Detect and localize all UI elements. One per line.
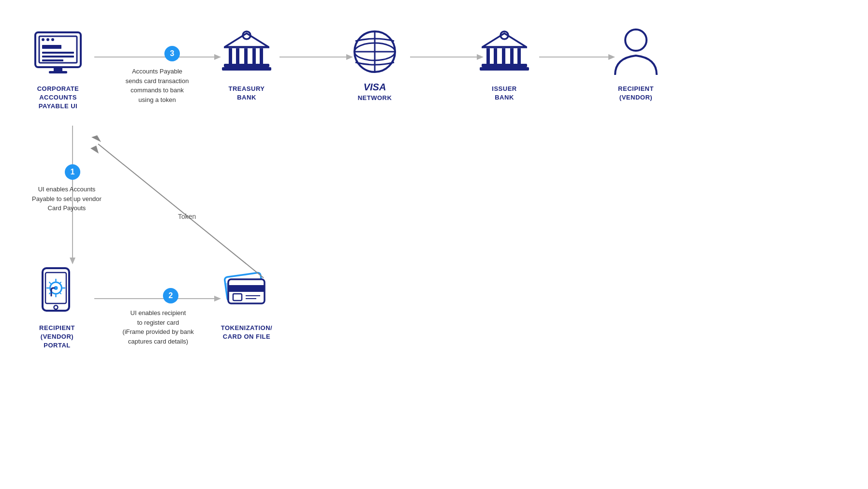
svg-marker-59: [346, 54, 353, 60]
token-label: Token: [178, 213, 196, 220]
svg-marker-12: [225, 33, 268, 47]
svg-rect-28: [486, 48, 490, 64]
svg-rect-34: [480, 67, 529, 71]
node-issuer-bank: ISSUER BANK: [478, 27, 531, 102]
svg-rect-14: [229, 48, 232, 64]
svg-rect-30: [502, 48, 505, 64]
svg-line-48: [59, 292, 61, 294]
svg-marker-26: [483, 33, 526, 47]
svg-rect-18: [260, 48, 263, 64]
svg-marker-57: [214, 54, 221, 60]
svg-line-66: [98, 144, 264, 278]
svg-point-4: [51, 38, 54, 41]
node-corporate-ap: CORPORATE ACCOUNTS PAYABLE UI: [31, 27, 85, 111]
node-treasury-bank: TREASURY BANK: [220, 27, 273, 102]
node-recipient: RECIPIENT (VENDOR): [609, 27, 662, 102]
svg-rect-0: [35, 32, 81, 67]
arrow-token-to-ap: [89, 135, 268, 283]
svg-marker-63: [608, 54, 615, 60]
svg-line-45: [49, 282, 51, 284]
recipient-portal-label: RECIPIENT (VENDOR) PORTAL: [39, 324, 75, 350]
step-circle-2: 2: [163, 288, 178, 303]
arrow-issuer-to-recipient: [539, 52, 617, 62]
tokenization-label: TOKENIZATION/ CARD ON FILE: [221, 324, 272, 341]
treasury-bank-label: TREASURY BANK: [228, 85, 265, 102]
node-recipient-portal: RECIPIENT (VENDOR) PORTAL: [28, 261, 86, 350]
svg-rect-29: [494, 48, 497, 64]
svg-point-2: [42, 38, 44, 41]
svg-rect-7: [42, 56, 74, 58]
step3-label: Accounts Payable sends card transaction …: [116, 67, 198, 104]
visa-label: VISA: [364, 82, 386, 93]
visa-network-label: NETWORK: [358, 94, 392, 102]
svg-line-46: [59, 282, 61, 284]
svg-rect-19: [224, 64, 269, 67]
svg-point-35: [625, 29, 647, 51]
svg-rect-52: [228, 285, 265, 292]
svg-marker-70: [214, 296, 221, 302]
svg-marker-65: [70, 258, 75, 264]
diagram-container: CORPORATE ACCOUNTS PAYABLE UI TREASURY B…: [0, 0, 868, 489]
svg-marker-68: [91, 135, 101, 142]
svg-rect-20: [222, 67, 271, 71]
svg-rect-10: [49, 71, 67, 73]
step-circle-1: 1: [65, 164, 80, 180]
svg-point-38: [54, 305, 58, 309]
step-circle-3: 3: [164, 46, 180, 61]
node-visa-network: VISA NETWORK: [348, 27, 401, 102]
svg-rect-31: [510, 48, 514, 64]
svg-rect-6: [42, 52, 74, 54]
corporate-ap-label: CORPORATE ACCOUNTS PAYABLE UI: [37, 85, 79, 111]
arrow-portal-to-tokenization: [94, 294, 222, 303]
svg-point-3: [46, 38, 49, 41]
arrow-ap-to-treasury: [94, 52, 222, 62]
issuer-bank-label: ISSUER BANK: [492, 85, 516, 102]
svg-rect-16: [244, 48, 248, 64]
svg-rect-32: [517, 48, 521, 64]
svg-rect-9: [54, 67, 62, 71]
svg-rect-33: [482, 64, 527, 67]
svg-rect-1: [39, 36, 77, 63]
step2-label: UI enables recipient to register card (i…: [112, 308, 204, 346]
arrow-visa-to-issuer: [410, 52, 485, 62]
svg-rect-15: [236, 48, 239, 64]
recipient-label: RECIPIENT (VENDOR): [618, 85, 654, 102]
svg-rect-5: [42, 45, 61, 49]
svg-rect-8: [42, 59, 63, 61]
svg-marker-61: [477, 54, 484, 60]
svg-rect-17: [252, 48, 256, 64]
arrow-treasury-to-visa: [280, 52, 354, 62]
